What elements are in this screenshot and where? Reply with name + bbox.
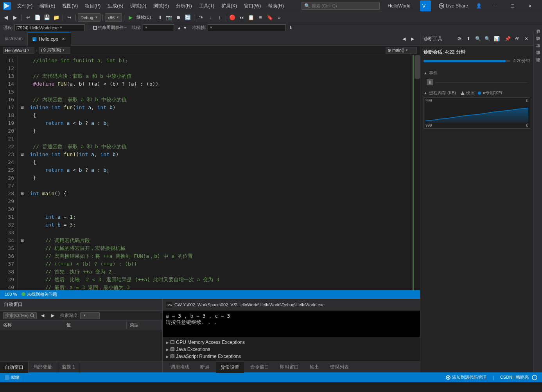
auto-tab-auto[interactable]: 自动窗口: [0, 362, 29, 373]
close-button[interactable]: ×: [521, 0, 539, 12]
tb-save2-btn[interactable]: 📁: [52, 13, 61, 22]
diag-close-btn[interactable]: ✕: [522, 35, 530, 43]
tb-pause-btn[interactable]: ⏸: [155, 13, 164, 22]
tb-save-btn[interactable]: 💾: [43, 13, 51, 22]
exception-item-js[interactable]: ▶ JavaScript Runtime Exceptions: [166, 353, 417, 360]
maximize-button[interactable]: □: [504, 0, 521, 12]
menu-debug[interactable]: 调试(D): [127, 2, 149, 10]
tb-record-btn[interactable]: ⏺: [174, 13, 183, 22]
console-tab-output[interactable]: 输出: [305, 362, 324, 373]
events-collapse-icon[interactable]: ▲: [424, 71, 427, 75]
expand-icon[interactable]: ⬇: [289, 25, 293, 30]
breadcrumb-func[interactable]: ⊕ main() ▼: [386, 47, 417, 54]
right-tab-realtime[interactable]: 实时: [535, 48, 542, 54]
tab-scroll-left[interactable]: ◀: [400, 34, 408, 43]
auto-search-box[interactable]: 搜索(Ctrl+E): [3, 312, 37, 319]
tb-restart-btn[interactable]: 🔄: [183, 13, 192, 22]
tb-memory-btn[interactable]: 📋: [247, 13, 255, 22]
debug-config-dropdown[interactable]: Debug ▼: [78, 13, 101, 22]
lifecycle-dropdown[interactable]: 生命周期事件 ─: [93, 25, 127, 31]
nav-up-btn[interactable]: ▲: [177, 25, 181, 30]
minimize-button[interactable]: ─: [486, 0, 504, 12]
menu-analyze[interactable]: 分析(N): [173, 2, 195, 10]
right-tab-diag[interactable]: 诊计运: [535, 34, 542, 40]
zoom-level[interactable]: 100 %: [5, 292, 17, 297]
breadcrumb-scope[interactable]: (全局范围) ▼: [39, 47, 70, 54]
auto-nav-fwd[interactable]: ▶: [48, 311, 57, 320]
code-content[interactable]: //inline int fun(int a, int b); // 宏代码片段…: [18, 55, 413, 290]
menu-view[interactable]: 视图(V): [59, 2, 81, 10]
tb-screenshot-btn[interactable]: 📷: [165, 13, 173, 22]
console-tab-callstack[interactable]: 调用堆栈: [166, 362, 194, 373]
diag-zoom-in-btn[interactable]: 🔍: [474, 35, 482, 43]
tab-iostream[interactable]: iostream: [0, 32, 28, 46]
diag-zoom-out-btn[interactable]: 🔍: [483, 35, 491, 43]
auto-nav-back[interactable]: ◀: [38, 311, 47, 320]
menu-project[interactable]: 项目(P): [82, 2, 104, 10]
tb-more-btn[interactable]: »: [275, 13, 284, 22]
process-dropdown[interactable]: [7924] HelloWorld.exe ▼: [14, 24, 85, 31]
tb-bp-btn[interactable]: 🔴: [228, 13, 237, 22]
breadcrumb-project[interactable]: HelloWorld ▼: [3, 47, 34, 54]
right-tab-remote[interactable]: 边调试: [535, 41, 542, 47]
event-pause-btn[interactable]: ⏸: [427, 79, 433, 85]
console-tab-exceptions[interactable]: 异常设置: [216, 362, 244, 373]
console-tab-command[interactable]: 命令窗口: [246, 362, 274, 373]
tab-scroll-right[interactable]: ▶: [408, 34, 417, 43]
source-control-btn[interactable]: 添加到源代码管理: [446, 374, 486, 380]
diag-chart-btn[interactable]: 📊: [493, 35, 501, 43]
diag-settings-btn[interactable]: ⚙: [455, 35, 463, 43]
diag-export-btn[interactable]: ⬆: [465, 35, 472, 43]
memory-collapse-icon[interactable]: ▲: [424, 91, 427, 95]
editor-scrollbar[interactable]: [415, 55, 420, 290]
nav-down-btn[interactable]: ▼: [183, 25, 187, 30]
tab-hello-cpp[interactable]: C Hello.cpp ✕: [28, 32, 71, 46]
auto-tab-watch1[interactable]: 监视 1: [57, 362, 80, 373]
tb-bp2-btn[interactable]: ⏭: [237, 13, 246, 22]
tb-step-over-btn[interactable]: ↷: [196, 13, 205, 22]
scroll-track[interactable]: [415, 55, 420, 290]
right-tab-monitor[interactable]: 响应监: [535, 55, 542, 61]
tab-hello-cpp-close[interactable]: ✕: [61, 36, 66, 42]
tb-back-btn[interactable]: ◀: [2, 13, 10, 22]
menu-tools[interactable]: 工具(T): [196, 2, 217, 10]
profile-icon[interactable]: 👤: [474, 0, 483, 11]
menu-extensions[interactable]: 扩展(X): [218, 2, 240, 10]
exception-item-gpu[interactable]: ▶ GPU Memory Access Exceptions: [166, 339, 417, 346]
tb-undo-btn[interactable]: ↩: [24, 13, 32, 22]
menu-edit[interactable]: 编辑(E): [36, 2, 58, 10]
search-depth-dropdown[interactable]: ▼: [80, 312, 100, 319]
title-search-box[interactable]: 🔍: [302, 2, 380, 10]
tb-play-btn[interactable]: ▶: [126, 13, 135, 22]
auto-tab-locals[interactable]: 局部变量: [29, 362, 57, 373]
menu-test[interactable]: 测试(S): [150, 2, 172, 10]
console-tab-immediate[interactable]: 即时窗口: [275, 362, 303, 373]
title-search-input[interactable]: [312, 4, 370, 8]
live-share-button[interactable]: Live Share: [436, 2, 471, 9]
menu-help[interactable]: 帮助(H): [265, 2, 287, 10]
thread-dropdown[interactable]: ▼: [143, 24, 174, 31]
console-tab-breakpoints[interactable]: 断点: [196, 362, 214, 373]
console-tab-errors[interactable]: 错误列表: [325, 362, 354, 373]
stack-dropdown[interactable]: ▼: [208, 24, 286, 31]
tb-step-out-btn[interactable]: ↑: [215, 13, 224, 22]
diag-float-btn[interactable]: 🗗: [513, 35, 521, 43]
diag-pin-btn[interactable]: 📌: [504, 35, 511, 43]
tb-new-file-btn[interactable]: 📄: [33, 13, 42, 22]
code-editor[interactable]: 1112131415 1617181920 2122232425 2627282…: [0, 55, 413, 290]
right-tab-cpu[interactable]: 测器: [535, 62, 542, 68]
menu-build[interactable]: 生成(B): [104, 2, 126, 10]
tb-forward-btn[interactable]: ▶: [11, 13, 20, 22]
tb-align-btn[interactable]: ≡: [256, 13, 265, 22]
exception-item-java[interactable]: ▶ Java Exceptions: [166, 346, 417, 353]
tb-bookmark-btn[interactable]: 🔖: [266, 13, 274, 22]
menu-window[interactable]: 窗口(W): [241, 2, 264, 10]
menu-file[interactable]: 文件(F): [14, 2, 36, 10]
csdn-link[interactable]: CSDN | 韩晓亮: [500, 374, 529, 380]
platform-dropdown[interactable]: x86 ▼: [105, 13, 122, 22]
tb-step-into-btn[interactable]: ↓: [206, 13, 214, 22]
scroll-thumb[interactable]: [415, 55, 420, 79]
continue-label[interactable]: 继续(C): [136, 14, 151, 20]
tb-redo-btn[interactable]: ↪: [65, 13, 74, 22]
notification-btn[interactable]: !: [532, 375, 537, 380]
